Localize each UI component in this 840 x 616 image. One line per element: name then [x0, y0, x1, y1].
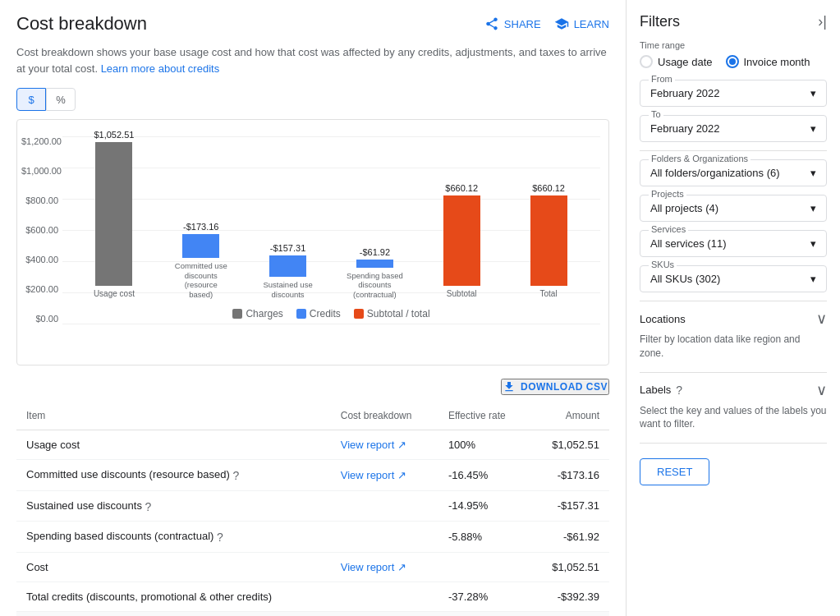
data-table: Item Cost breakdown Effective rate Amoun…: [16, 402, 609, 616]
table-row: Usage cost View report ↗ 100% $1,052.51: [16, 430, 609, 460]
download-label: DOWNLOAD CSV: [521, 381, 608, 393]
page-header: Cost breakdown SHARE LEARN: [16, 13, 609, 34]
services-label: Services: [649, 224, 688, 234]
projects-chevron-icon: ▾: [810, 202, 816, 214]
subtotal-amount: $660.12: [530, 611, 609, 616]
view-report-cost[interactable]: View report ↗: [341, 561, 407, 573]
folders-chevron-icon: ▾: [810, 167, 816, 179]
invoice-month-radio[interactable]: Invoice month: [726, 55, 810, 68]
services-dropdown[interactable]: All services (11) ▾: [650, 237, 816, 250]
locations-chevron-icon: ∨: [816, 310, 827, 328]
labels-header[interactable]: Labels ? ∨: [640, 381, 827, 399]
table-row: Total credits (discounts, promotional & …: [16, 582, 609, 611]
skus-dropdown[interactable]: All SKUs (302) ▾: [650, 273, 816, 285]
services-chevron-icon: ▾: [810, 237, 816, 250]
locations-section: Locations ∨ Filter by location data like…: [640, 310, 827, 361]
to-dropdown[interactable]: February 2022 ▾: [650, 122, 816, 135]
chart-container: $1,200.00 $1,000.00 $800.00 $600.00 $400…: [16, 119, 609, 365]
item-usage-cost: Usage cost: [16, 430, 331, 460]
close-panel-icon[interactable]: ›|: [818, 13, 827, 30]
bar-subtotal: $660.12 Subtotal: [433, 183, 490, 299]
dollar-btn[interactable]: $: [16, 88, 46, 111]
rate-usage-cost: 100%: [438, 430, 530, 460]
labels-chevron-icon: ∨: [816, 381, 827, 399]
divider-3: [640, 372, 827, 373]
locations-header[interactable]: Locations ∨: [640, 310, 827, 328]
cb-usage-cost: View report ↗: [331, 430, 438, 460]
download-csv-button[interactable]: DOWNLOAD CSV: [501, 379, 609, 395]
rate-cost: [438, 552, 530, 582]
cb-total-credits: [331, 582, 438, 611]
learn-icon: [554, 16, 569, 31]
bar-total: $660.12 Total: [520, 183, 577, 299]
help-icon-committed[interactable]: ?: [232, 469, 239, 482]
bar-subtotal-rect: [443, 195, 480, 286]
usage-date-radio[interactable]: Usage date: [640, 55, 713, 68]
sidebar-title-row: Filters ›|: [640, 13, 827, 30]
labels-help-icon[interactable]: ?: [676, 384, 682, 397]
filters-title: Filters: [640, 13, 680, 30]
subtotal-label: Subtotal / total: [367, 308, 430, 319]
help-icon-sustained[interactable]: ?: [145, 499, 152, 513]
invoice-month-label: Invoice month: [744, 56, 810, 68]
bar-committed: -$173.16 Committed use discounts(resourc…: [172, 222, 230, 299]
y-axis: $1,200.00 $1,000.00 $800.00 $600.00 $400…: [21, 136, 58, 324]
skus-dropdown-wrapper: SKUs All SKUs (302) ▾: [640, 265, 827, 292]
share-label: SHARE: [504, 18, 541, 30]
amount-usage-cost: $1,052.51: [530, 430, 609, 460]
view-report-committed[interactable]: View report ↗: [341, 469, 407, 481]
from-dropdown[interactable]: February 2022 ▾: [650, 87, 816, 99]
folders-dropdown[interactable]: All folders/organizations (6) ▾: [650, 167, 816, 179]
percent-btn[interactable]: %: [46, 88, 76, 111]
amount-total-credits: -$392.39: [530, 582, 609, 611]
help-icon-spending[interactable]: ?: [217, 531, 223, 544]
credits-legend-dot: [296, 309, 306, 319]
time-range-section: Time range Usage date Invoice month: [640, 40, 827, 68]
share-link[interactable]: SHARE: [484, 16, 541, 31]
skus-chevron-icon: ▾: [810, 273, 816, 285]
view-report-usage[interactable]: View report ↗: [341, 439, 407, 451]
credits-label: Credits: [310, 308, 341, 319]
table-row: Spending based discounts (contractual) ?…: [16, 522, 609, 553]
item-cost: Cost: [16, 552, 331, 582]
external-link-icon: ↗: [397, 439, 406, 451]
radio-group: Usage date Invoice month: [640, 55, 827, 68]
subtotal-row: Subtotal $660.12: [16, 611, 609, 616]
item-committed: Committed use discounts (resource based)…: [16, 460, 331, 491]
bar-spending: -$61.92 Spending based discounts(contrac…: [346, 247, 403, 299]
y-label-1000: $1,000.00: [21, 166, 58, 176]
header-actions: SHARE LEARN: [484, 16, 609, 31]
col-effective-rate: Effective rate: [438, 402, 530, 430]
reset-button[interactable]: RESET: [640, 458, 709, 485]
rate-committed: -16.45%: [438, 460, 530, 491]
share-icon: [484, 16, 499, 31]
labels-desc: Select the key and values of the labels …: [640, 404, 827, 432]
labels-section: Labels ? ∨ Select the key and values of …: [640, 381, 827, 432]
cb-spending: [331, 522, 438, 553]
table-row: Cost View report ↗ $1,052.51: [16, 552, 609, 582]
page-title: Cost breakdown: [16, 13, 147, 34]
bar-total-rect: [530, 195, 567, 286]
labels-title: Labels: [640, 384, 671, 396]
item-spending: Spending based discounts (contractual) ?: [16, 522, 331, 553]
services-value: All services (11): [650, 237, 726, 250]
legend-charges: Charges: [232, 308, 282, 319]
external-link-icon: ↗: [397, 561, 406, 573]
y-label-1200: $1,200.00: [21, 136, 58, 146]
learn-link[interactable]: LEARN: [554, 16, 609, 31]
bar-committed-rect: [182, 234, 219, 258]
col-item: Item: [16, 402, 331, 430]
learn-more-link[interactable]: Learn more about credits: [101, 62, 220, 75]
subtotal-label: Subtotal: [438, 611, 530, 616]
to-value: February 2022: [650, 122, 720, 135]
bar-usage-cost-rect: [95, 142, 132, 286]
time-range-label: Time range: [640, 40, 827, 50]
projects-dropdown[interactable]: All projects (4) ▾: [650, 202, 816, 214]
legend-subtotal: Subtotal / total: [354, 308, 430, 319]
invoice-month-radio-circle: [726, 55, 739, 68]
to-label: To: [649, 109, 663, 119]
projects-label: Projects: [649, 189, 686, 199]
from-chevron-icon: ▾: [810, 87, 816, 99]
download-row: DOWNLOAD CSV: [16, 379, 609, 395]
amount-spending: -$61.92: [530, 522, 609, 553]
